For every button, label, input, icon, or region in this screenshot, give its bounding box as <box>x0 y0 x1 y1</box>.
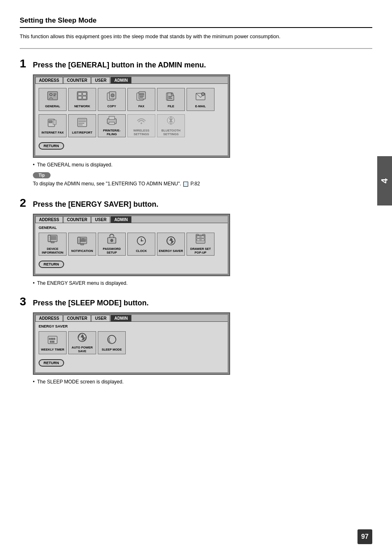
icon-clock[interactable]: CLOCK <box>127 233 155 256</box>
icon-wireless[interactable]: WIRELESS SETTINGS <box>127 114 155 137</box>
network-label: NETWORK <box>74 104 90 108</box>
step-3-number: 3 <box>20 296 29 307</box>
icon-list-report[interactable]: LIST/REPORT <box>68 114 96 137</box>
email-icon <box>195 91 206 104</box>
tab-user-3[interactable]: USER <box>91 315 110 321</box>
tip-label-1: Tip <box>33 172 51 178</box>
tab-admin-3[interactable]: ADMIN <box>111 315 131 321</box>
icon-file[interactable]: FILE <box>157 88 185 111</box>
drawer-set-icon <box>195 233 206 246</box>
svg-rect-47 <box>78 237 80 244</box>
icon-printer-efiling[interactable]: PRINTER/E-FILING <box>98 114 126 137</box>
svg-rect-43 <box>49 240 50 240</box>
step-1-title: Press the [GENERAL] button in the ADMIN … <box>33 61 206 69</box>
icon-notification[interactable]: NOTIFICATION <box>68 233 96 256</box>
svg-rect-26 <box>53 120 56 125</box>
svg-text:888: 888 <box>50 340 55 343</box>
tab-user-2[interactable]: USER <box>91 216 110 223</box>
tab-admin-2[interactable]: ADMIN <box>111 216 131 223</box>
step-1-header: 1 Press the [GENERAL] button in the ADMI… <box>20 58 372 69</box>
return-btn-3[interactable]: RETURN <box>39 359 64 367</box>
svg-rect-65 <box>203 234 205 235</box>
page-ref-icon-1: 📄 <box>183 182 188 187</box>
svg-rect-31 <box>78 125 83 125</box>
tab-counter-3[interactable]: COUNTER <box>63 315 91 321</box>
icon-drawer-set[interactable]: DRAWER SET POP-UP <box>187 233 214 256</box>
svg-point-11 <box>111 94 114 97</box>
step-1-section: 1 Press the [GENERAL] button in the ADMI… <box>20 58 372 187</box>
svg-rect-29 <box>78 121 86 122</box>
password-icon <box>106 233 118 246</box>
file-icon <box>165 91 177 104</box>
icon-weekly-timer[interactable]: 8888 888 WEEKLY TIMER <box>39 331 67 354</box>
step-1-number: 1 <box>20 58 29 69</box>
svg-point-57 <box>141 240 142 241</box>
icon-copy[interactable]: COPY <box>98 88 126 111</box>
tab-address-3[interactable]: ADDRESS <box>35 315 63 321</box>
svg-rect-46 <box>81 244 84 245</box>
return-area-3: RETURN <box>39 356 224 370</box>
device-info-icon <box>47 233 58 246</box>
step-2-section: 2 Press the [ENERGY SAVER] button. ADDRE… <box>20 197 372 286</box>
clock-label: CLOCK <box>136 249 147 253</box>
return-btn-1[interactable]: RETURN <box>39 142 64 150</box>
printer-efiling-label: PRINTER/E-FILING <box>98 129 125 136</box>
svg-rect-7 <box>78 96 82 99</box>
return-area-2: RETURN <box>39 257 224 271</box>
step-1-bullet: The GENERAL menu is displayed. <box>33 162 372 168</box>
page-description: This function allows this equipment goes… <box>20 33 372 49</box>
tab-counter-1[interactable]: COUNTER <box>63 77 91 83</box>
tip-text-1: To display the ADMIN menu, see "1.ENTERI… <box>33 180 372 187</box>
tab-number: 4 <box>379 178 390 183</box>
tab-user-1[interactable]: USER <box>91 77 110 83</box>
screen-mockup-1: ADDRESS COUNTER USER ADMIN <box>33 74 230 158</box>
svg-rect-5 <box>78 92 82 95</box>
file-label: FILE <box>168 104 174 108</box>
tab-counter-2[interactable]: COUNTER <box>63 216 91 223</box>
icon-email[interactable]: E-MAIL <box>187 88 214 111</box>
main-content: Setting the Sleep Mode This function all… <box>0 0 392 411</box>
icon-grid-2: DEVICE INFORMATION <box>39 231 224 257</box>
icon-network[interactable]: NETWORK <box>68 88 96 111</box>
icon-internet-fax[interactable]: INTERNET FAX <box>39 114 67 137</box>
icon-energy-saver[interactable]: ENERGY SAVER <box>157 233 185 256</box>
tab-address-1[interactable]: ADDRESS <box>35 77 63 83</box>
general-label: GENERAL <box>45 104 60 108</box>
icon-auto-power-save[interactable]: AUTO POWER SAVE <box>68 331 96 354</box>
fax-label: FAX <box>138 104 145 108</box>
list-report-icon <box>76 117 88 130</box>
email-label: E-MAIL <box>195 104 206 108</box>
svg-rect-34 <box>109 122 115 125</box>
password-label: PASSWORD SETUP <box>98 247 125 254</box>
auto-power-save-icon <box>76 332 88 345</box>
weekly-timer-label: WEEKLY TIMER <box>41 348 65 351</box>
return-btn-2[interactable]: RETURN <box>39 261 64 268</box>
step-2-number: 2 <box>20 197 29 209</box>
step-3-header: 3 Press the [SLEEP MODE] button. <box>20 296 372 307</box>
svg-rect-39 <box>51 242 54 243</box>
network-icon <box>76 91 88 104</box>
sleep-mode-label: SLEEP MODE <box>101 348 122 351</box>
svg-rect-42 <box>49 238 50 239</box>
svg-rect-2 <box>53 94 56 95</box>
icon-grid-3: 8888 888 WEEKLY TIMER <box>39 330 224 356</box>
step-2-title: Press the [ENERGY SAVER] button. <box>33 200 158 209</box>
tab-admin-1[interactable]: ADMIN <box>111 77 131 83</box>
icon-device-info[interactable]: DEVICE INFORMATION <box>39 233 67 256</box>
step-2-header: 2 Press the [ENERGY SAVER] button. <box>20 197 372 209</box>
copy-icon <box>106 91 118 104</box>
icon-sleep-mode[interactable]: SLEEP MODE <box>98 331 126 354</box>
bluetooth-icon <box>165 115 177 128</box>
step-3-title: Press the [SLEEP MODE] button. <box>33 299 149 307</box>
icon-bluetooth[interactable]: Bluetooth SETTINGS <box>157 114 185 137</box>
icon-password[interactable]: PASSWORD SETUP <box>98 233 126 256</box>
step-3-section: 3 Press the [SLEEP MODE] button. ADDRESS… <box>20 296 372 385</box>
icon-general[interactable]: GENERAL <box>39 88 67 111</box>
svg-rect-20 <box>168 98 172 99</box>
icon-fax[interactable]: FAX <box>127 88 155 111</box>
notification-icon <box>76 235 88 248</box>
tab-address-2[interactable]: ADDRESS <box>35 216 63 223</box>
energy-saver-icon <box>165 235 177 248</box>
svg-rect-52 <box>109 236 111 237</box>
screen-inner-3: ENERGY SAVER 8888 888 WEEKLY TIMER <box>35 322 228 372</box>
